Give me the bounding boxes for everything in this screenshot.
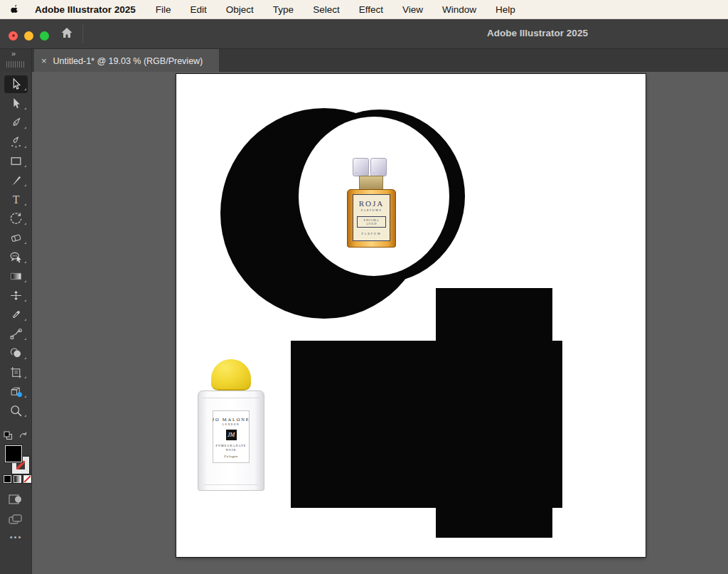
roja-perfume-bottle-image[interactable]: ROJA PARFUMS ENIGMA AOUD PARFUM [347, 158, 396, 248]
more-tools-button[interactable]: ••• [0, 533, 32, 541]
document-tab[interactable]: × Untitled-1* @ 19.03 % (RGB/Preview) [34, 49, 219, 73]
artboard[interactable]: ROJA PARFUMS ENIGMA AOUD PARFUM JO MALON… [176, 74, 646, 557]
comment-tool-icon [9, 250, 23, 264]
macos-menu-bar: Adobe Illustrator 2025 FileEditObjectTyp… [0, 0, 728, 19]
titlebar-divider [82, 24, 83, 43]
jomalone-type-text: Cologne [224, 455, 237, 458]
apple-icon[interactable] [10, 4, 21, 16]
symbol-tool-icon [9, 346, 23, 360]
type-tool[interactable]: T [0, 190, 32, 209]
eyedropper-tool[interactable] [0, 305, 32, 324]
gradient-tool-icon [9, 270, 23, 283]
default-fill-stroke-icon[interactable] [4, 431, 13, 440]
draw-mode-icon[interactable] [8, 492, 23, 506]
tab-close-icon[interactable]: × [41, 55, 47, 66]
slice-tool-icon [9, 385, 23, 398]
menu-app-name[interactable]: Adobe Illustrator 2025 [35, 4, 136, 15]
menu-item-edit[interactable]: Edit [191, 4, 207, 15]
svg-text:T: T [13, 193, 20, 206]
gradient-tool[interactable] [0, 267, 32, 286]
color-swatch-icon[interactable] [4, 475, 11, 483]
horizontal-black-rectangle-shape[interactable] [291, 341, 562, 508]
close-window-button[interactable] [9, 31, 18, 41]
jomalone-fragrance-name-line2: NOIR [226, 448, 237, 452]
pen-tool-icon [9, 116, 23, 129]
home-button[interactable] [60, 26, 75, 41]
color-type-buttons [4, 475, 31, 483]
direct-selection-tool-icon [9, 97, 23, 110]
tab-strip: » × Untitled-1* @ 19.03 % (RGB/Preview) [0, 48, 728, 72]
rectangle-tool[interactable] [0, 152, 32, 171]
zoom-tool-icon [9, 404, 23, 418]
tools-panel-header: » [0, 49, 32, 73]
comment-tool[interactable] [0, 248, 32, 267]
tab-title: Untitled-1* @ 19.03 % (RGB/Preview) [53, 56, 203, 66]
paintbrush-tool[interactable] [0, 171, 32, 190]
jomalone-brand-text: JO MALONE [213, 417, 250, 422]
window-title: Adobe Illustrator 2025 [487, 28, 588, 38]
window-title-bar: Adobe Illustrator 2025 [0, 19, 728, 48]
menu-item-help[interactable]: Help [496, 4, 515, 15]
rotate-tool-icon [9, 212, 23, 225]
zoom-tool[interactable] [0, 401, 32, 420]
swap-fill-stroke-icon[interactable] [18, 431, 28, 440]
gradient-swatch-icon[interactable] [14, 475, 21, 483]
menu-item-object[interactable]: Object [226, 4, 254, 15]
roja-bottle-body: ROJA PARFUMS ENIGMA AOUD PARFUM [347, 189, 396, 248]
eyedropper-tool-icon [9, 308, 23, 321]
jomalone-perfume-bottle-image[interactable]: JO MALONE LONDON JM POMEGRANATE NOIR Col… [198, 359, 264, 491]
roja-type-text: PARFUM [353, 232, 390, 235]
roja-sub-text: PARFUMS [353, 208, 390, 212]
selection-tool[interactable] [0, 75, 32, 94]
width-tool[interactable] [0, 286, 32, 305]
menu-item-effect[interactable]: Effect [359, 4, 383, 15]
jomalone-label: JO MALONE LONDON JM POMEGRANATE NOIR Col… [213, 410, 250, 463]
swatch-controls [0, 430, 32, 442]
menu-item-window[interactable]: Window [442, 4, 476, 15]
jomalone-bottle-body: JO MALONE LONDON JM POMEGRANATE NOIR Col… [198, 390, 264, 491]
canvas-area[interactable]: ROJA PARFUMS ENIGMA AOUD PARFUM JO MALON… [32, 72, 728, 574]
none-swatch-icon[interactable] [23, 475, 31, 483]
menu-item-type[interactable]: Type [273, 4, 294, 15]
paintbrush-tool-icon [9, 174, 23, 187]
jomalone-city-text: LONDON [223, 423, 240, 426]
fill-color-swatch[interactable] [5, 445, 22, 462]
roja-crystal-cap-right [370, 158, 387, 176]
curvature-tool-icon [9, 135, 23, 149]
rotate-tool[interactable] [0, 209, 32, 228]
slice-tool[interactable] [0, 382, 32, 401]
eraser-tool[interactable] [0, 228, 32, 248]
jomalone-yellow-cap [211, 359, 251, 390]
rectangle-tool-icon [9, 154, 23, 168]
eraser-tool-icon [9, 231, 23, 245]
minimize-window-button[interactable] [24, 31, 33, 41]
direct-selection-tool[interactable] [0, 94, 32, 113]
menu-item-file[interactable]: File [156, 4, 171, 15]
blend-tool[interactable] [0, 324, 32, 344]
screen-mode-icon[interactable] [8, 513, 23, 527]
type-tool-icon: T [9, 193, 23, 206]
home-icon [60, 26, 74, 40]
roja-fragrance-name: ENIGMA AOUD [357, 216, 386, 228]
jomalone-monogram: JM [226, 430, 237, 440]
roja-crystal-cap-left [353, 158, 369, 176]
artboard-tool[interactable] [0, 363, 32, 382]
tool-list: T [0, 75, 32, 420]
roja-label: ROJA PARFUMS ENIGMA AOUD PARFUM [353, 194, 390, 241]
width-tool-icon [9, 289, 23, 302]
menu-item-view[interactable]: View [402, 4, 423, 15]
roja-brand-text: ROJA [353, 199, 390, 208]
panel-grip-handle[interactable] [6, 61, 25, 68]
curvature-tool[interactable] [0, 132, 32, 152]
panel-expand-button[interactable]: » [11, 49, 16, 58]
menu-items: FileEditObjectTypeSelectEffectViewWindow… [156, 3, 535, 16]
fullscreen-window-button[interactable] [40, 31, 49, 41]
menu-item-select[interactable]: Select [313, 4, 340, 15]
symbol-tool[interactable] [0, 344, 32, 363]
roja-bottle-neck [359, 176, 383, 191]
tools-panel: T ••• [0, 72, 32, 574]
pen-tool[interactable] [0, 113, 32, 132]
blend-tool-icon [9, 327, 23, 341]
artboard-tool-icon [9, 366, 23, 379]
jomalone-fragrance-name-line1: POMEGRANATE [216, 444, 247, 447]
